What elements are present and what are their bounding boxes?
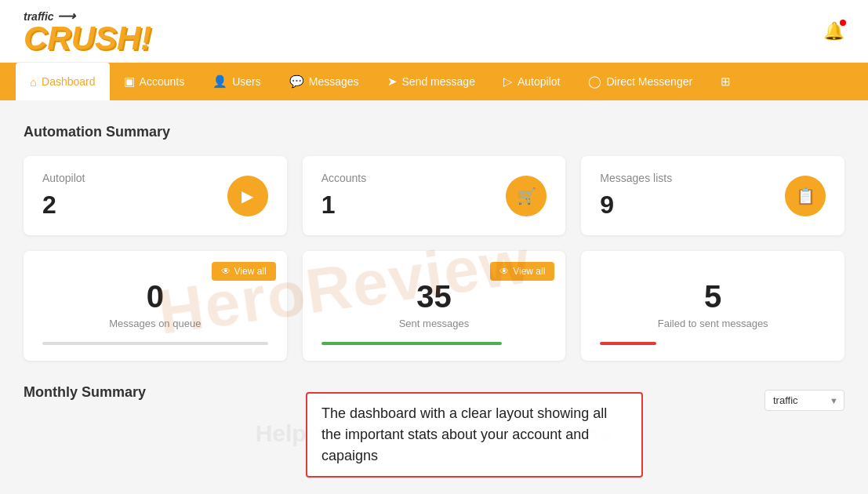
messages-list-icon: 📋 <box>796 187 815 205</box>
messages-queue-card: 👁 View all 0 Messages on queue <box>24 251 287 361</box>
logo-crush-text: CRUSH! <box>24 24 151 53</box>
header: traffic ⟶ CRUSH! 🔔 <box>0 0 868 63</box>
header-right: 🔔 <box>823 21 844 42</box>
annotation-text: The dashboard with a clear layout showin… <box>321 403 627 467</box>
messages-icon: 💬 <box>289 74 304 89</box>
monthly-dropdown-wrapper: traffic messages accounts ▼ <box>764 390 844 411</box>
eye-icon-queue: 👁 <box>221 266 231 277</box>
annotation-box: The dashboard with a clear layout showin… <box>306 392 643 478</box>
failed-messages-card: 5 Failed to sent messages <box>581 251 844 361</box>
sent-bar <box>321 342 502 345</box>
accounts-icon-circle[interactable]: 🛒 <box>506 176 547 216</box>
messages-lists-icon-circle[interactable]: 📋 <box>785 176 826 216</box>
logo: traffic ⟶ CRUSH! <box>24 9 151 53</box>
logo-traffic-text: traffic ⟶ <box>24 9 151 24</box>
failed-bar <box>600 342 656 345</box>
nav-item-messages[interactable]: 💬 Messages <box>275 63 373 100</box>
dashboard-icon: ⌂ <box>30 75 37 89</box>
nav-item-accounts[interactable]: ▣ Accounts <box>110 63 199 100</box>
nav-item-direct-messenger[interactable]: ◯ Direct Messenger <box>574 63 706 100</box>
nav-item-autopilot[interactable]: ▷ Autopilot <box>489 63 574 100</box>
view-all-sent-button[interactable]: 👁 View all <box>490 262 554 281</box>
messages-lists-card: Messages lists 9 📋 <box>581 156 844 235</box>
autopilot-card-info: Autopilot 2 <box>42 172 85 220</box>
accounts-value: 1 <box>321 191 367 220</box>
nav-item-send-message[interactable]: ➤ Send message <box>373 63 489 100</box>
nav-item-users[interactable]: 👤 Users <box>198 63 275 100</box>
queue-label: Messages on queue <box>42 318 268 329</box>
notification-bell[interactable]: 🔔 <box>823 21 844 42</box>
messages-lists-card-info: Messages lists 9 <box>600 172 672 220</box>
direct-messenger-icon: ◯ <box>588 74 601 89</box>
extra-icon: ⊞ <box>721 74 731 89</box>
users-icon: 👤 <box>212 74 227 89</box>
autopilot-icon: ▷ <box>503 74 513 89</box>
monthly-dropdown[interactable]: traffic messages accounts <box>764 390 844 411</box>
accounts-label: Accounts <box>321 172 367 184</box>
queue-bar <box>42 342 268 345</box>
accounts-icon: ▣ <box>124 74 135 89</box>
autopilot-label: Autopilot <box>42 172 85 184</box>
autopilot-play-icon: ▶ <box>242 187 253 205</box>
automation-summary-cards: Autopilot 2 ▶ Accounts 1 🛒 Messages list… <box>24 156 844 235</box>
automation-summary-title: Automation Summary <box>24 124 844 140</box>
monthly-summary-title: Monthly Summary <box>24 384 146 401</box>
autopilot-value: 2 <box>42 191 85 220</box>
messages-lists-label: Messages lists <box>600 172 672 184</box>
send-icon: ➤ <box>387 74 398 89</box>
sent-label: Sent messages <box>321 318 547 329</box>
accounts-cart-icon: 🛒 <box>517 187 536 205</box>
sent-number: 35 <box>321 279 547 314</box>
eye-icon-sent: 👁 <box>499 266 509 277</box>
failed-label: Failed to sent messages <box>600 318 826 329</box>
messages-lists-value: 9 <box>600 191 672 220</box>
queue-number: 0 <box>42 279 268 314</box>
nav-item-dashboard[interactable]: ⌂ Dashboard <box>16 63 110 100</box>
view-all-queue-button[interactable]: 👁 View all <box>212 262 276 281</box>
accounts-card-info: Accounts 1 <box>321 172 367 220</box>
autopilot-card: Autopilot 2 ▶ <box>24 156 287 235</box>
sent-messages-card: 👁 View all 35 Sent messages <box>303 251 566 361</box>
failed-number: 5 <box>600 279 826 314</box>
stats-cards: 👁 View all 0 Messages on queue 👁 View al… <box>24 251 844 361</box>
notification-dot <box>840 20 846 26</box>
accounts-card: Accounts 1 🛒 <box>303 156 566 235</box>
autopilot-icon-circle[interactable]: ▶ <box>227 176 268 216</box>
nav-item-extra[interactable]: ⊞ <box>706 63 745 100</box>
main-nav: ⌂ Dashboard ▣ Accounts 👤 Users 💬 Message… <box>0 63 868 100</box>
